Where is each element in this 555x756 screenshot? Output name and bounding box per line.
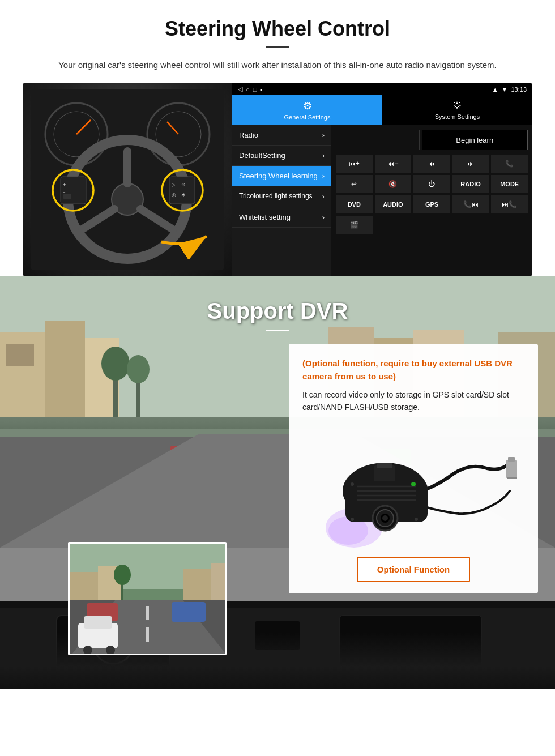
svg-point-32 <box>127 355 150 383</box>
svg-point-94 <box>351 518 354 521</box>
android-menu: Radio › DefaultSetting › Steering Wheel … <box>232 125 331 276</box>
optional-function-button[interactable]: Optional Function <box>357 557 470 582</box>
svg-rect-59 <box>70 572 98 600</box>
svg-rect-16 <box>169 177 195 204</box>
ctrl-extra[interactable]: 🎬 <box>336 216 373 234</box>
dvr-title-divider <box>266 330 289 331</box>
tab-system-settings[interactable]: ⛭ System Settings <box>382 95 532 125</box>
ctrl-gps[interactable]: GPS <box>413 195 450 213</box>
svg-text:+: + <box>63 182 66 187</box>
ctrl-next[interactable]: ⏭ <box>452 155 489 173</box>
android-ui-panel: ◁ ○ □ ▪ ▲ ▼ 13:13 ⚙ General Settings ⛭ S… <box>232 83 532 276</box>
menu-tricolour-arrow: › <box>322 192 325 200</box>
ctrl-vol-down[interactable]: ⏮− <box>375 155 412 173</box>
ctrl-call-prev[interactable]: 📞⏮ <box>452 195 489 213</box>
tab-general-settings[interactable]: ⚙ General Settings <box>232 95 382 125</box>
system-icon: ⛭ <box>452 100 463 112</box>
svg-rect-15 <box>63 194 71 199</box>
svg-rect-71 <box>84 616 112 629</box>
svg-rect-66 <box>146 606 149 620</box>
menu-whitelist-arrow: › <box>322 213 325 221</box>
wifi-icon: ▼ <box>502 86 508 93</box>
ctrl-mute[interactable]: 🔇 <box>375 175 412 193</box>
svg-point-30 <box>101 347 130 381</box>
android-body: Radio › DefaultSetting › Steering Wheel … <box>232 125 532 276</box>
menu-item-whitelist[interactable]: Whitelist setting › <box>232 207 331 228</box>
svg-point-92 <box>351 482 354 486</box>
svg-point-73 <box>106 646 115 655</box>
ctrl-back[interactable]: ↩ <box>336 175 373 193</box>
gear-icon: ⚙ <box>303 100 312 112</box>
tab-system-label: System Settings <box>435 113 480 120</box>
ctrl-prev[interactable]: ⏮ <box>413 155 450 173</box>
begin-learn-row: Begin learn <box>336 130 528 150</box>
svg-rect-61 <box>183 569 211 600</box>
steering-wheel-svg: + − ▷ ⊕ ◎ ✱ <box>31 89 224 270</box>
control-buttons-grid: ⏮+ ⏮− ⏮ ⏭ 📞 ↩ 🔇 ⏻ RADIO MODE DVD AUDIO G… <box>336 155 528 234</box>
dvr-description: It can record video only to storage in G… <box>302 388 524 414</box>
begin-learn-button[interactable]: Begin learn <box>422 130 528 150</box>
ctrl-vol-up[interactable]: ⏮+ <box>336 155 373 173</box>
svg-rect-76 <box>507 477 517 479</box>
nav-recent-icon: □ <box>253 86 257 93</box>
svg-rect-67 <box>146 627 149 642</box>
svg-text:▷: ▷ <box>172 182 176 187</box>
dvr-title: Support DVR <box>0 298 555 324</box>
menu-radio-label: Radio <box>239 131 258 139</box>
ctrl-radio[interactable]: RADIO <box>452 175 489 193</box>
svg-point-64 <box>114 565 131 585</box>
svg-rect-90 <box>377 463 392 468</box>
svg-text:✱: ✱ <box>181 192 186 198</box>
dvr-optional-text: (Optional function, require to buy exter… <box>302 357 524 383</box>
tab-general-label: General Settings <box>284 114 331 121</box>
android-statusbar: ◁ ○ □ ▪ ▲ ▼ 13:13 <box>232 83 532 95</box>
dvr-device-svg <box>306 423 521 548</box>
signal-icon: ▲ <box>492 86 498 93</box>
svg-point-91 <box>411 482 416 486</box>
status-time: 13:13 <box>511 86 527 93</box>
steering-content-area: + − ▷ ⊕ ◎ ✱ <box>23 83 532 276</box>
steering-subtitle: Your original car's steering wheel contr… <box>23 58 532 72</box>
ctrl-mode[interactable]: MODE <box>491 175 528 193</box>
svg-rect-69 <box>172 602 206 622</box>
svg-point-72 <box>83 646 92 655</box>
dvr-section: Support DVR <box>0 276 555 689</box>
svg-rect-28 <box>6 344 34 366</box>
android-tabs: ⚙ General Settings ⛭ System Settings <box>232 95 532 125</box>
menu-default-arrow: › <box>322 151 325 160</box>
dvr-thumb-bg <box>70 544 225 654</box>
menu-steering-arrow: › <box>322 172 325 180</box>
steering-title: Steering Wheel Control <box>23 17 532 41</box>
menu-item-steering[interactable]: Steering Wheel learning › <box>232 166 331 186</box>
ctrl-dvd[interactable]: DVD <box>336 195 373 213</box>
ctrl-power[interactable]: ⏻ <box>413 175 450 193</box>
menu-default-label: DefaultSetting <box>239 151 285 160</box>
ctrl-call[interactable]: 📞 <box>491 155 528 173</box>
dvr-thumbnail <box>68 542 227 655</box>
ctrl-audio[interactable]: AUDIO <box>375 195 412 213</box>
title-divider <box>266 46 289 48</box>
svg-rect-74 <box>506 460 517 478</box>
steering-photo: + − ▷ ⊕ ◎ ✱ <box>23 83 232 276</box>
steering-section: Steering Wheel Control Your original car… <box>0 0 555 276</box>
menu-whitelist-label: Whitelist setting <box>239 213 291 221</box>
svg-text:◎: ◎ <box>172 192 176 198</box>
ctrl-next-call[interactable]: ⏭📞 <box>491 195 528 213</box>
dvr-info-card: (Optional function, require to buy exter… <box>289 344 538 593</box>
menu-radio-arrow: › <box>322 131 325 139</box>
menu-item-tricolour[interactable]: Tricoloured light settings › <box>232 186 331 207</box>
nav-home-icon: ○ <box>246 86 250 93</box>
nav-extra-icon: ▪ <box>260 86 262 93</box>
dvr-device-area <box>302 423 524 548</box>
menu-steering-label: Steering Wheel learning <box>239 172 318 180</box>
svg-rect-75 <box>508 457 515 462</box>
svg-point-93 <box>415 518 418 521</box>
menu-item-radio[interactable]: Radio › <box>232 125 331 146</box>
nav-back-icon: ◁ <box>238 86 242 93</box>
dvr-title-area: Support DVR <box>0 276 555 343</box>
svg-text:⊕: ⊕ <box>181 182 186 187</box>
menu-tricolour-label: Tricoloured light settings <box>239 192 313 201</box>
svg-rect-62 <box>211 563 227 600</box>
menu-item-default[interactable]: DefaultSetting › <box>232 146 331 166</box>
svg-point-88 <box>382 515 388 521</box>
